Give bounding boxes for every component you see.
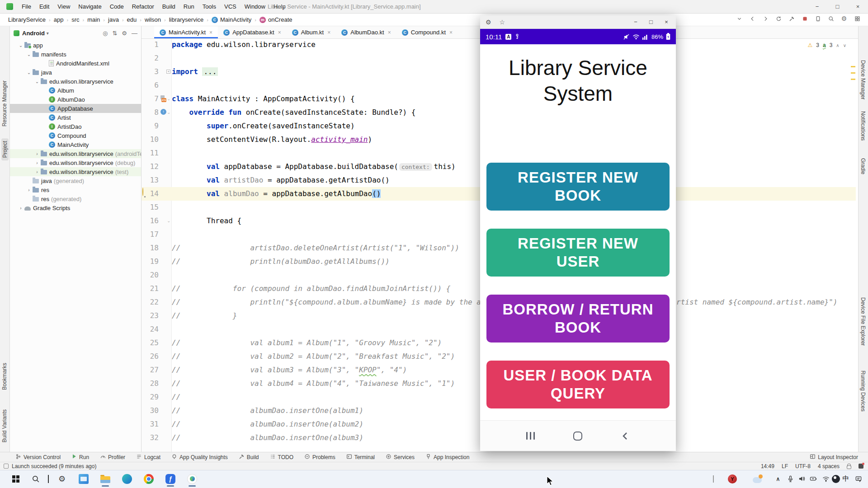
taskbar-flow-icon[interactable]: ƒ xyxy=(164,470,177,487)
toolwindow-build[interactable]: Build xyxy=(239,454,259,461)
taskbar-file-explorer-icon[interactable] xyxy=(99,470,112,487)
breadcrumb-app[interactable]: app xyxy=(54,16,64,23)
tree-item-compound[interactable]: CCompound xyxy=(10,131,141,140)
prev-issue-icon[interactable]: ∧ xyxy=(836,43,839,48)
emulator-close-icon[interactable]: × xyxy=(659,16,674,28)
menu-vcs[interactable]: VCS xyxy=(220,3,241,10)
tree-item-albumdao[interactable]: IAlbumDao xyxy=(10,95,141,104)
close-icon[interactable]: × xyxy=(449,29,453,36)
intention-bulb-icon[interactable] xyxy=(142,188,143,196)
emulator-favorite-icon[interactable]: ☆ xyxy=(500,19,505,26)
clock[interactable]: 14:49 xyxy=(761,463,774,469)
notification-badge-icon[interactable] xyxy=(859,464,863,469)
settings-icon[interactable]: ⚙ xyxy=(840,15,848,22)
menu-view[interactable]: View xyxy=(53,3,74,10)
menu-code[interactable]: Code xyxy=(106,3,128,10)
breadcrumb-java[interactable]: java xyxy=(108,16,119,23)
layout-inspector-button[interactable]: Layout Inspector xyxy=(810,454,858,461)
encoding[interactable]: UTF-8 xyxy=(795,463,811,469)
tree-item-manifests[interactable]: ⌄manifests xyxy=(10,50,141,59)
taskbar-weather-icon[interactable] xyxy=(750,470,764,487)
tree-item-artist[interactable]: CArtist xyxy=(10,113,141,122)
tree-item-edu-wilson-libraryservice[interactable]: ›edu.wilson.libraryservice(debug) xyxy=(10,158,141,167)
emulator-settings-icon[interactable]: ⚙ xyxy=(486,19,491,26)
tree-item-mainactivity[interactable]: CMainActivity xyxy=(10,140,141,149)
register-new-book-button[interactable]: REGISTER NEW BOOK xyxy=(486,163,670,211)
tab-album-kt[interactable]: CAlbum.kt× xyxy=(287,26,336,38)
hammer-icon[interactable] xyxy=(788,15,795,22)
toolwindow-app-inspection[interactable]: App Inspection xyxy=(425,454,469,461)
chevron-right-icon[interactable]: › xyxy=(25,188,33,192)
expand-all-icon[interactable]: ⇅ xyxy=(112,30,117,37)
forward-icon[interactable] xyxy=(762,15,769,22)
sidebar-item-project[interactable]: Project xyxy=(1,138,9,160)
sidebar-item-bookmarks[interactable]: Bookmarks xyxy=(1,363,8,390)
next-issue-icon[interactable]: ∨ xyxy=(843,43,846,48)
settings-icon[interactable]: ⚙ xyxy=(122,30,127,37)
taskbar-chevron-up-icon[interactable]: ∧ xyxy=(771,470,785,487)
taskbar-photos-icon[interactable] xyxy=(77,470,90,487)
tree-item-app[interactable]: ⌄app xyxy=(10,41,141,50)
tree-item-edu-wilson-libraryservice[interactable]: ›edu.wilson.libraryservice(androidTest) xyxy=(10,149,141,158)
tree-item-artistdao[interactable]: IArtistDao xyxy=(10,122,141,131)
toolwindow-terminal[interactable]: Terminal xyxy=(346,454,375,461)
tab-appdatabase-kt[interactable]: CAppDatabase.kt× xyxy=(218,26,287,38)
grid-icon[interactable] xyxy=(854,15,861,22)
taskbar-start-icon[interactable] xyxy=(9,470,23,487)
sidebar-item-device-manager[interactable]: Device Manager xyxy=(860,60,866,99)
menu-navigate[interactable]: Navigate xyxy=(74,3,105,10)
chevron-right-icon[interactable]: › xyxy=(17,206,24,211)
chevron-down-icon[interactable]: ⌄ xyxy=(33,79,41,84)
sidebar-item-build-variants[interactable]: Build Variants xyxy=(1,409,8,442)
taskbar-divider-icon[interactable] xyxy=(707,470,720,487)
event-log-icon[interactable] xyxy=(4,464,9,469)
chevron-right-icon[interactable]: › xyxy=(33,169,41,174)
sidebar-item-notifications[interactable]: Notifications xyxy=(860,111,866,141)
chevron-down-icon[interactable] xyxy=(736,15,743,22)
taskbar-cursor-icon[interactable] xyxy=(42,470,55,487)
fold-expand-icon[interactable]: + xyxy=(166,70,170,74)
chevron-down-icon[interactable]: ⌄ xyxy=(25,70,33,75)
tree-item-res[interactable]: res(generated) xyxy=(10,194,141,203)
fold-marker-icon[interactable]: ⌄ xyxy=(167,92,170,106)
menu-run[interactable]: Run xyxy=(179,3,198,10)
search-icon[interactable] xyxy=(827,15,835,22)
tree-item-gradle-scripts[interactable]: ›Gradle Scripts xyxy=(10,203,141,212)
tab-mainactivity-kt[interactable]: CMainActivity.kt× xyxy=(154,26,218,38)
emulator-maximize-icon[interactable]: □ xyxy=(643,16,659,28)
menu-file[interactable]: File xyxy=(18,3,35,10)
tab-compound-kt[interactable]: CCompound.kt× xyxy=(396,26,458,38)
close-icon[interactable]: × xyxy=(388,29,391,36)
back-icon[interactable] xyxy=(749,15,756,22)
unlocked-icon[interactable] xyxy=(847,465,851,469)
breadcrumb-libraryservice[interactable]: LibraryService xyxy=(8,16,46,23)
close-icon[interactable]: × xyxy=(327,29,330,36)
tree-item-res[interactable]: ›res xyxy=(10,185,141,194)
menu-tools[interactable]: Tools xyxy=(198,3,220,10)
emulator-minimize-icon[interactable]: − xyxy=(628,16,643,28)
sync-icon[interactable] xyxy=(775,15,782,22)
override-method-icon[interactable]: ↑ xyxy=(160,109,166,115)
taskbar-app-red-icon[interactable]: Y xyxy=(726,470,739,487)
toolwindow-services[interactable]: Services xyxy=(386,454,415,461)
sidebar-item-gradle[interactable]: Gradle xyxy=(860,158,866,174)
home-icon[interactable] xyxy=(573,432,582,441)
user-book-data-query-button[interactable]: USER / BOOK DATA QUERY xyxy=(486,361,670,408)
fold-marker-icon[interactable]: ⌄ xyxy=(167,106,170,119)
indent[interactable]: 4 spaces xyxy=(818,463,840,469)
borrow-return-book-button[interactable]: BORROW / RETURN BOOK xyxy=(486,295,670,343)
toolwindow-app-quality-insights[interactable]: App Quality Insights xyxy=(171,454,228,461)
toolwindow-profiler[interactable]: Profiler xyxy=(100,454,125,461)
taskbar-chrome-icon[interactable] xyxy=(142,470,156,487)
breadcrumb-src[interactable]: src xyxy=(71,16,79,23)
chevron-right-icon[interactable]: › xyxy=(33,160,41,165)
taskbar-settings-icon[interactable]: ⚙ xyxy=(55,470,69,487)
line-ending[interactable]: LF xyxy=(782,463,788,469)
tree-item-appdatabase[interactable]: CAppDatabase xyxy=(10,104,141,113)
sidebar-item-running-devices[interactable]: Running Devices xyxy=(860,371,866,412)
register-new-user-button[interactable]: REGISTER NEW USER xyxy=(486,229,670,277)
breadcrumb-main[interactable]: main xyxy=(87,16,100,23)
breadcrumb-mainactivity[interactable]: MainActivity xyxy=(220,16,251,23)
breadcrumb-oncreate[interactable]: onCreate xyxy=(268,16,292,23)
recents-icon[interactable] xyxy=(526,432,535,440)
